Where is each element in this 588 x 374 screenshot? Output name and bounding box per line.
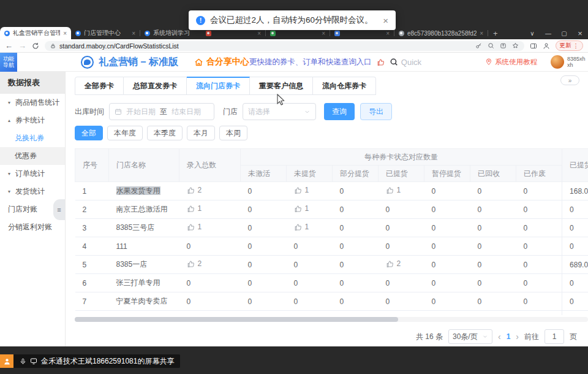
- sidebar-item-rebate-reconcile[interactable]: 分销返利对账: [0, 218, 65, 236]
- tab-close-icon[interactable]: ×: [322, 30, 325, 37]
- browser-tab-1[interactable]: 礼盒营销平台管理中心 ×: [0, 27, 71, 39]
- entry-total-cell[interactable]: 1: [179, 219, 241, 237]
- goto-page-input[interactable]: [545, 329, 564, 344]
- tab-close-icon[interactable]: ×: [480, 30, 483, 37]
- key-icon[interactable]: [475, 42, 482, 49]
- status-cell[interactable]: 2: [379, 256, 424, 274]
- forward-icon[interactable]: →: [18, 42, 26, 50]
- thumb-up-link[interactable]: 1: [294, 186, 309, 194]
- entry-total-cell[interactable]: 2: [179, 256, 241, 274]
- panel-collapse-button[interactable]: »: [560, 75, 579, 85]
- tab-close-icon[interactable]: ×: [63, 30, 67, 37]
- tab-store-flow-cards[interactable]: 流向门店券卡: [187, 77, 250, 95]
- status-cell: 0: [241, 274, 287, 292]
- sidebar-collapse-handle[interactable]: ≡: [53, 199, 65, 220]
- horizontal-scrollbar[interactable]: [75, 317, 588, 322]
- date-range-input[interactable]: 至: [109, 103, 214, 120]
- tab-favicon: [75, 31, 81, 36]
- chrome-update-button[interactable]: 更新 ⋮: [556, 40, 584, 51]
- tutorial-link[interactable]: 系统使用教程: [485, 58, 537, 67]
- side-panel-icon[interactable]: [530, 42, 537, 50]
- end-date-input[interactable]: [170, 107, 202, 116]
- status-cell[interactable]: 1: [287, 311, 333, 316]
- range-week-button[interactable]: 本周: [219, 126, 247, 140]
- status-cell: 0: [424, 292, 470, 311]
- status-cell: 0: [241, 311, 287, 316]
- entry-total-cell[interactable]: 2: [179, 182, 241, 200]
- sidebar-item-product-sales[interactable]: ▾ 商品销售统计: [0, 94, 65, 112]
- thumb-up-link[interactable]: 1: [187, 223, 202, 231]
- avatar[interactable]: [551, 55, 564, 69]
- quick-search-label[interactable]: Quick: [401, 58, 421, 67]
- sidebar-item-discount-coupon[interactable]: 优惠券: [0, 147, 65, 165]
- share-center-link[interactable]: 合分享中心: [194, 56, 249, 67]
- status-cell[interactable]: 4: [379, 311, 424, 316]
- status-cell: 0: [241, 237, 287, 256]
- entry-total-cell[interactable]: 5: [179, 311, 241, 316]
- page-size-select[interactable]: 30条/页: [448, 329, 492, 344]
- range-year-button[interactable]: 本年度: [107, 126, 143, 140]
- sidebar-item-shipping-stats[interactable]: ▾ 发货统计: [0, 183, 65, 200]
- reload-icon[interactable]: [32, 42, 39, 50]
- tab-warehouse-flow-cards[interactable]: 流向仓库券卡: [313, 77, 376, 95]
- tab-close-icon[interactable]: ×: [132, 30, 135, 37]
- sidebar-item-label: 券卡统计: [15, 115, 45, 126]
- browser-tab-2[interactable]: 门店管理中心 ×: [71, 27, 140, 39]
- export-button[interactable]: 导出: [360, 103, 392, 120]
- thumb-up-link[interactable]: 2: [386, 259, 401, 268]
- tab-close-icon[interactable]: ×: [257, 30, 261, 37]
- new-tab-button[interactable]: +: [488, 27, 503, 39]
- sidebar-item-gift-coupon[interactable]: 兑换礼券: [0, 129, 65, 147]
- range-month-button[interactable]: 本月: [187, 126, 215, 140]
- chevron-down-icon: [482, 334, 488, 340]
- toolbar-right-icons: 更新 ⋮: [530, 40, 584, 51]
- maximize-button[interactable]: ▢: [556, 30, 572, 37]
- address-bar[interactable]: standard.maboy.cn/CardFlowStatisticsList: [45, 41, 524, 51]
- thumb-up-link[interactable]: 5: [187, 315, 202, 315]
- row-seq: 8: [75, 311, 109, 316]
- thumb-up-link[interactable]: 2: [187, 259, 202, 268]
- minimize-button[interactable]: —: [540, 30, 556, 37]
- range-all-button[interactable]: 全部: [75, 126, 103, 140]
- thumb-up-link[interactable]: 4: [386, 315, 401, 315]
- thumb-up-link[interactable]: 1: [386, 186, 401, 194]
- profile-icon[interactable]: [543, 42, 550, 50]
- thumb-up-link[interactable]: 1: [294, 315, 309, 315]
- start-date-input[interactable]: [125, 107, 157, 116]
- thumb-up-link[interactable]: 1: [187, 204, 202, 213]
- share-icon[interactable]: [500, 42, 507, 49]
- sidebar-item-order-stats[interactable]: ▾ 订单统计: [0, 165, 65, 183]
- prev-page-button[interactable]: ‹: [498, 332, 501, 342]
- store-select[interactable]: 请选择: [243, 103, 316, 120]
- tab-close-icon[interactable]: ×: [386, 30, 390, 37]
- zoom-icon[interactable]: [488, 42, 494, 49]
- function-nav-toggle[interactable]: 功能 导航: [0, 53, 17, 72]
- sidebar-item-card-stats[interactable]: ▴ 券卡统计: [0, 112, 65, 129]
- sidebar-item-label: 订单统计: [15, 169, 45, 179]
- search-button[interactable]: 查询: [324, 103, 355, 120]
- status-cell[interactable]: 1: [287, 182, 333, 200]
- status-cell[interactable]: 1: [379, 182, 424, 200]
- range-quarter-button[interactable]: 本季度: [147, 126, 183, 140]
- search-icon[interactable]: [390, 58, 398, 66]
- tab-hq-direct-cards[interactable]: 总部直发券卡: [124, 77, 187, 95]
- thumb-up-link[interactable]: 2: [187, 186, 202, 194]
- scrollbar-thumb[interactable]: [75, 317, 398, 322]
- notification-close-icon[interactable]: ×: [383, 15, 388, 26]
- tab-key-customer-info[interactable]: 重要客户信息: [250, 77, 313, 95]
- status-cell[interactable]: 1: [287, 200, 333, 219]
- close-button[interactable]: ×: [572, 29, 588, 38]
- thumb-up-link[interactable]: 1: [294, 223, 309, 231]
- status-cell: 0: [333, 292, 379, 311]
- thumb-up-link[interactable]: 1: [294, 204, 309, 213]
- browser-tab-4[interactable]: e8c573980b1328a258fd2e6f8 ×: [394, 27, 488, 39]
- back-icon[interactable]: ←: [5, 42, 13, 50]
- next-page-button[interactable]: ›: [516, 332, 519, 342]
- tab-search-icon[interactable]: ∨: [524, 30, 540, 37]
- status-cell[interactable]: 1: [287, 219, 333, 237]
- bookmark-star-icon[interactable]: [512, 42, 519, 49]
- current-page[interactable]: 1: [507, 332, 511, 341]
- quick-entry-link[interactable]: 更快捷的券卡、订单和快递查询入口: [249, 57, 372, 67]
- tab-all-cards[interactable]: 全部券卡: [75, 77, 124, 95]
- entry-total-cell[interactable]: 1: [179, 200, 241, 219]
